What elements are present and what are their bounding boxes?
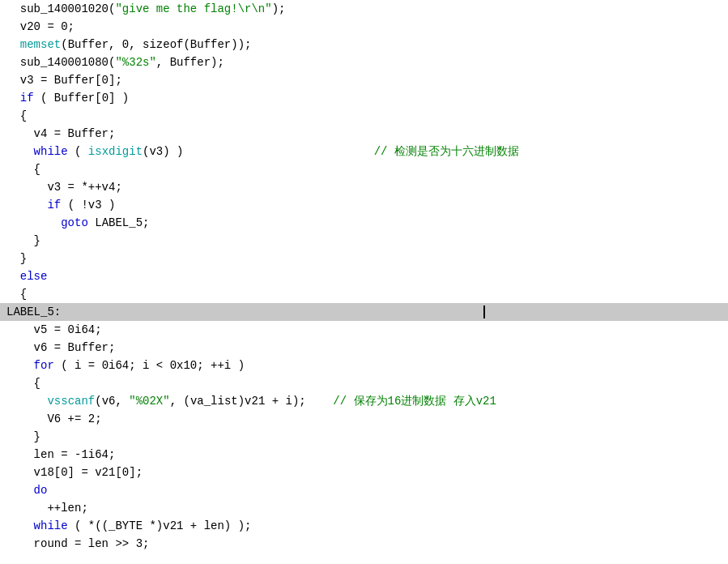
code-token: sub_140001020(	[6, 0, 115, 18]
code-token: // 检测是否为十六进制数据	[183, 143, 518, 160]
code-view: sub_140001020("give me the flag!\r\n"); …	[0, 0, 728, 564]
code-token: sub_140001080(	[6, 53, 115, 71]
code-token: goto	[61, 214, 88, 232]
code-token: "give me the flag!\r\n"	[115, 0, 271, 18]
code-token: ( !v3 )	[61, 196, 115, 214]
code-token: ++len;	[6, 499, 88, 517]
code-token: while	[34, 517, 68, 535]
code-token	[6, 392, 47, 410]
code-token: );	[272, 0, 286, 18]
code-token: "%02X"	[129, 392, 169, 410]
code-line: do	[0, 481, 728, 499]
code-line: len = -1i64;	[0, 446, 728, 464]
code-line: V6 += 2;	[0, 410, 728, 428]
code-token	[6, 267, 20, 285]
code-token	[6, 36, 20, 53]
code-token: else	[20, 267, 48, 285]
code-line: if ( !v3 )	[0, 196, 728, 214]
code-token: if	[20, 89, 34, 107]
code-token: v3 = Buffer[0];	[6, 71, 122, 89]
text-cursor	[483, 306, 485, 318]
code-token: memset	[20, 36, 61, 53]
code-token: {	[6, 160, 40, 178]
code-token: LABEL_5:	[6, 303, 61, 321]
code-line: sub_140001080("%32s", Buffer);	[0, 53, 728, 71]
code-line: memset(Buffer, 0, sizeof(Buffer));	[0, 36, 728, 53]
code-token: ( Buffer[0] )	[34, 89, 130, 107]
code-token: vsscanf	[47, 392, 95, 410]
code-token: len = -1i64;	[6, 446, 115, 464]
code-line: while ( isxdigit(v3) ) // 检测是否为十六进制数据	[0, 143, 728, 160]
code-token: (v6,	[95, 392, 129, 410]
code-line: vsscanf(v6, "%02X", (va_list)v21 + i); /…	[0, 392, 728, 410]
code-token: v4 = Buffer;	[6, 125, 115, 143]
code-line: v4 = Buffer;	[0, 125, 728, 143]
code-token: (v3) )	[143, 143, 183, 160]
code-token: v6 = Buffer;	[6, 339, 115, 357]
code-token: while	[34, 143, 68, 160]
code-token: isxdigit	[88, 143, 143, 160]
code-line: LABEL_5:	[0, 303, 728, 321]
code-token	[6, 517, 34, 535]
code-token: ( *((_BYTE *)v21 + len) );	[68, 517, 252, 535]
code-line: v20 = 0;	[0, 18, 728, 36]
code-token	[6, 89, 20, 107]
code-token: v5 = 0i64;	[6, 321, 102, 339]
code-line: }	[0, 428, 728, 446]
code-token: {	[6, 374, 40, 392]
code-line: {	[0, 160, 728, 178]
code-token	[6, 143, 34, 160]
code-line: goto LABEL_5;	[0, 214, 728, 232]
code-line: {	[0, 107, 728, 125]
code-token: , Buffer);	[156, 53, 224, 71]
code-line: else	[0, 267, 728, 285]
code-token: // 保存为16进制数据 存入v21	[306, 392, 496, 410]
code-line: sub_140001020("give me the flag!\r\n");	[0, 0, 728, 18]
code-line: v18[0] = v21[0];	[0, 464, 728, 481]
code-token: }	[6, 232, 40, 250]
code-token: LABEL_5;	[88, 214, 150, 232]
code-line: if ( Buffer[0] )	[0, 89, 728, 107]
code-token: }	[6, 250, 27, 267]
code-token: (Buffer, 0, sizeof(Buffer));	[61, 36, 251, 53]
code-token: round = len >> 3;	[6, 535, 149, 553]
code-line: v6 = Buffer;	[0, 339, 728, 357]
code-line: v3 = Buffer[0];	[0, 71, 728, 89]
code-line: {	[0, 374, 728, 392]
code-line: ++len;	[0, 499, 728, 517]
code-token: , (va_list)v21 + i);	[170, 392, 306, 410]
code-token	[6, 357, 34, 374]
code-token: V6 += 2;	[6, 410, 102, 428]
code-token: v20 = 0;	[6, 18, 75, 36]
code-line: while ( *((_BYTE *)v21 + len) );	[0, 517, 728, 535]
code-token	[6, 214, 61, 232]
code-line: round = len >> 3;	[0, 535, 728, 553]
code-line: v3 = *++v4;	[0, 178, 728, 196]
code-token	[6, 196, 47, 214]
code-token: }	[6, 428, 40, 446]
code-line: }	[0, 250, 728, 267]
code-token: {	[6, 285, 27, 303]
code-token: ( i = 0i64; i < 0x10; ++i )	[54, 357, 245, 374]
code-line: }	[0, 232, 728, 250]
code-token: v3 = *++v4;	[6, 178, 122, 196]
code-token: if	[47, 196, 61, 214]
code-line: {	[0, 285, 728, 303]
code-line: for ( i = 0i64; i < 0x10; ++i )	[0, 357, 728, 374]
code-token	[61, 303, 483, 321]
code-token: (	[68, 143, 88, 160]
code-token: "%32s"	[115, 53, 155, 71]
code-token: v18[0] = v21[0];	[6, 464, 143, 481]
code-token: for	[34, 357, 54, 374]
code-token	[6, 481, 34, 499]
code-token: do	[34, 481, 48, 499]
code-token: {	[6, 107, 27, 125]
code-line: v5 = 0i64;	[0, 321, 728, 339]
